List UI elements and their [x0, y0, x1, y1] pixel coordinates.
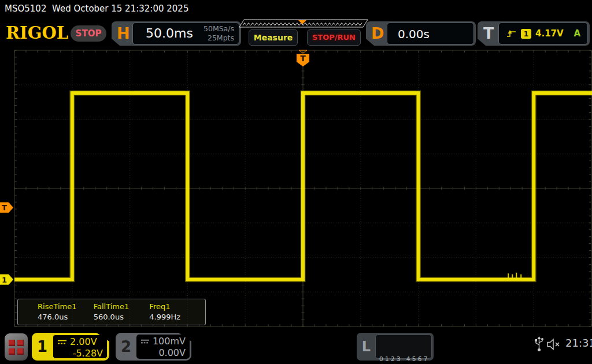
bottom-status-bar: 1 2.00V -5.28V 2 100mV 0.00V: [0, 329, 592, 364]
timebase-value: 50.0ms: [146, 26, 193, 40]
delay-label: D: [371, 24, 384, 42]
dc-coupling-icon: [140, 339, 150, 344]
delay-panel: 0.00s: [387, 23, 474, 44]
measurement-results-box[interactable]: RiseTime1 476.0us FallTime1 560.0us Freq…: [17, 299, 206, 325]
channel1-offset: -5.28V: [57, 348, 103, 359]
grid-square: [17, 340, 24, 346]
channel1-scale: 2.00V: [70, 336, 97, 347]
stop-run-button[interactable]: STOP/RUN: [307, 29, 361, 46]
trigger-settings-button[interactable]: T 1 4.17V A: [478, 21, 590, 46]
measurement-value: 4.999Hz: [149, 313, 205, 321]
trigger-panel: 1 4.17V A: [498, 23, 588, 44]
svg-text:1: 1: [2, 276, 7, 284]
logic-row-1: 0 1 2 3 4 5 6 7: [379, 355, 431, 363]
title-bar: MSO5102 Wed October 15 21:32:00 2025: [0, 0, 592, 17]
horizontal-label: H: [117, 24, 130, 42]
channel1-status-button[interactable]: 1 2.00V -5.28V: [32, 333, 109, 361]
measurement-item: Freq1 4.999Hz: [149, 299, 205, 325]
trigger-label: T: [483, 24, 494, 42]
model-name: MSO5102: [5, 3, 46, 14]
menu-bar: RIGOL STOP H 50.0ms 50MSa/s 25Mpts Measu…: [0, 17, 592, 50]
status-clock: 21:31: [565, 337, 592, 349]
grid-square: [9, 348, 15, 355]
channel2-offset: 0.00V: [140, 347, 186, 358]
grid-square: [9, 340, 15, 346]
scope-graticule: TT1: [0, 50, 592, 327]
delay-settings-button[interactable]: D 0.00s: [366, 21, 476, 46]
channel2-scale: 100mV: [153, 336, 186, 347]
measurement-label: Freq1: [149, 302, 205, 311]
grid-square: [17, 348, 24, 355]
rigol-logo: RIGOL: [6, 23, 68, 43]
delay-value: 0.00s: [398, 27, 430, 41]
channel1-panel: 2.00V -5.28V: [53, 335, 108, 359]
channel1-number: 1: [32, 333, 53, 361]
horizontal-settings-button[interactable]: H 50.0ms 50MSa/s 25Mpts: [112, 21, 241, 46]
sample-rate: 50MSa/s: [204, 24, 234, 34]
trigger-level-value: 4.17V: [535, 28, 564, 39]
svg-text:T: T: [2, 203, 7, 212]
trigger-source-badge: 1: [521, 29, 531, 39]
svg-text:T: T: [300, 54, 306, 63]
channel2-number: 2: [116, 333, 136, 361]
acquisition-info: 50MSa/s 25Mpts: [204, 24, 234, 43]
channel2-panel: 100mV 0.00V: [136, 335, 190, 359]
usb-icon: [534, 336, 544, 352]
measurement-item: FallTime1 560.0us: [94, 299, 150, 325]
measurement-value: 476.0us: [38, 313, 94, 321]
system-datetime: Wed October 15 21:32:00 2025: [52, 3, 188, 14]
waveform-display[interactable]: TT1 RiseTime1 476.0us FallTime1 560.0us …: [0, 50, 592, 327]
logic-channels-panel: 0 1 2 3 4 5 6 7 8 9 1011 12131415: [375, 335, 432, 359]
run-state-badge: STOP: [71, 25, 106, 42]
measure-button[interactable]: Measure: [249, 29, 298, 46]
menu-grid-button[interactable]: [5, 333, 28, 361]
channel2-status-button[interactable]: 2 100mV 0.00V: [116, 333, 191, 361]
horizontal-panel: 50.0ms 50MSa/s 25Mpts: [132, 23, 239, 44]
measurement-label: FallTime1: [94, 302, 150, 311]
measurement-item: RiseTime1 476.0us: [38, 299, 94, 325]
rising-edge-icon: [506, 28, 517, 39]
memory-waveform-bar[interactable]: [238, 19, 369, 28]
trigger-mode: A: [574, 28, 580, 39]
speaker-muted-icon[interactable]: [547, 338, 562, 351]
measurement-label: RiseTime1: [38, 302, 94, 311]
logic-analyzer-button[interactable]: L 0 1 2 3 4 5 6 7 8 9 1011 12131415: [357, 333, 434, 361]
logic-label: L: [357, 333, 376, 361]
dc-coupling-icon: [57, 339, 67, 345]
memory-depth: 25Mpts: [204, 34, 234, 43]
measurement-value: 560.0us: [94, 313, 150, 321]
